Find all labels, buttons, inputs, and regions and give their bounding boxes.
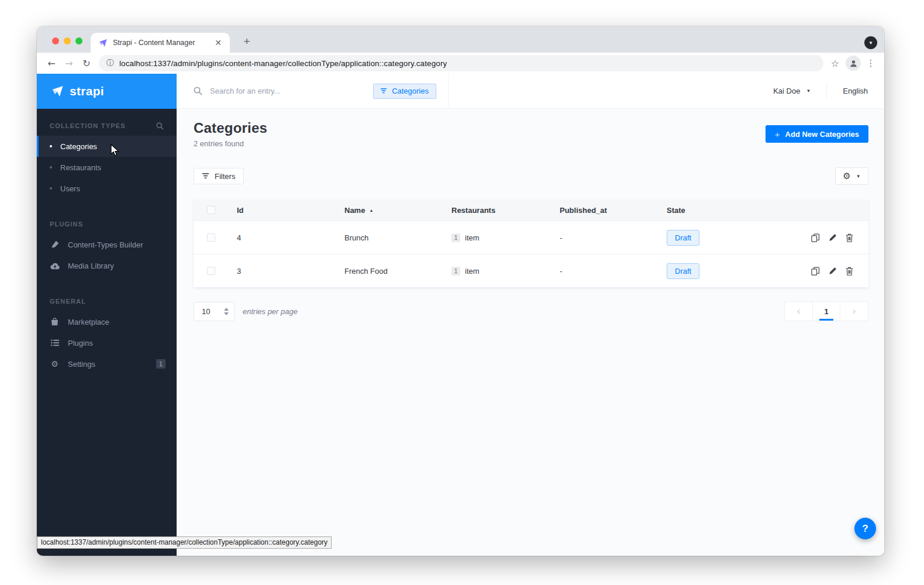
sidebar-section-collection-types: COLLECTION TYPES Categories Restaurants — [37, 119, 177, 199]
select-all-checkbox[interactable] — [207, 206, 215, 214]
user-menu[interactable]: Kai Doe ▼ — [773, 87, 811, 95]
column-header-name[interactable]: Name ▲ — [336, 206, 443, 215]
duplicate-icon[interactable] — [811, 267, 820, 276]
bullet-icon — [50, 145, 52, 147]
language-selector[interactable]: English — [843, 87, 868, 95]
downloads-button[interactable]: ▼ — [864, 36, 877, 49]
sidebar-item-content-types-builder[interactable]: Content-Types Builder — [37, 234, 177, 255]
forward-icon[interactable]: → — [60, 58, 78, 69]
browser-menu-icon[interactable]: ⋮ — [863, 58, 878, 68]
edit-icon[interactable] — [829, 267, 837, 275]
pagination-footer: 10 entries per page ‹ 1 › — [194, 301, 868, 321]
question-mark-icon: ? — [862, 523, 868, 535]
url-text: localhost:1337/admin/plugins/content-man… — [119, 59, 447, 68]
row-checkbox[interactable] — [207, 233, 215, 242]
edit-icon[interactable] — [829, 233, 837, 242]
state-badge: Draft — [667, 263, 699, 279]
sidebar-item-restaurants[interactable]: Restaurants — [37, 157, 177, 178]
section-title: COLLECTION TYPES — [50, 122, 126, 129]
cell-restaurants: 1 item — [443, 267, 551, 276]
delete-icon[interactable] — [846, 233, 853, 242]
add-new-categories-button[interactable]: + Add New Categories — [766, 125, 868, 143]
chevron-right-icon[interactable]: › — [840, 302, 868, 321]
add-button-label: Add New Categories — [785, 130, 859, 139]
strapi-favicon-icon — [99, 39, 108, 47]
filters-button[interactable]: Filters — [194, 168, 244, 184]
collection-filter-chip[interactable]: Categories — [373, 84, 436, 99]
row-checkbox[interactable] — [207, 267, 215, 275]
sidebar-section-plugins: PLUGINS Content-Types Builder Media Libr… — [37, 217, 177, 276]
sidebar-item-label: Restaurants — [60, 163, 101, 172]
chevron-down-icon: ▼ — [868, 40, 873, 46]
sidebar-item-label: Settings — [68, 360, 95, 369]
delete-icon[interactable] — [846, 267, 853, 276]
user-name: Kai Doe — [773, 87, 800, 95]
filter-icon — [202, 173, 209, 179]
browser-profile-avatar[interactable] — [846, 56, 861, 71]
link-status-bar: localhost:1337/admin/plugins/content-man… — [37, 536, 332, 549]
sidebar-item-label: Categories — [60, 142, 97, 151]
bookmark-star-icon[interactable]: ☆ — [827, 58, 843, 69]
address-bar[interactable]: ⓘ localhost:1337/admin/plugins/content-m… — [99, 55, 823, 71]
cell-restaurants: 1 item — [443, 233, 551, 242]
sidebar-item-plugins[interactable]: Plugins — [37, 332, 177, 353]
section-title: PLUGINS — [50, 221, 83, 228]
column-header-published-at[interactable]: Published_at — [551, 206, 658, 215]
sidebar-item-label: Users — [60, 184, 80, 193]
browser-tab[interactable]: Strapi - Content Manager ✕ — [91, 33, 230, 53]
chevron-left-icon[interactable]: ‹ — [785, 302, 812, 321]
column-header-id[interactable]: Id — [229, 206, 336, 215]
sidebar-item-media-library[interactable]: Media Library — [37, 255, 177, 276]
cell-name: Brunch — [336, 233, 443, 242]
reload-icon[interactable]: ↻ — [78, 58, 95, 69]
main-area: Categories Kai Doe ▼ English Categories — [177, 74, 884, 556]
browser-window: Strapi - Content Manager ✕ + ▼ ← → ↻ ⓘ l… — [37, 26, 884, 556]
filters-label: Filters — [215, 172, 235, 181]
tab-title: Strapi - Content Manager — [113, 39, 213, 47]
current-page[interactable]: 1 — [812, 302, 840, 321]
per-page-label: entries per page — [243, 307, 298, 316]
sidebar-item-settings[interactable]: ⚙ Settings 1 — [37, 353, 177, 374]
tab-strip: Strapi - Content Manager ✕ + ▼ — [37, 26, 884, 53]
zoom-window-button[interactable] — [75, 37, 82, 44]
cloud-upload-icon — [50, 262, 60, 270]
header-divider — [826, 84, 827, 99]
table-row[interactable]: 3 French Food 1 item - Draft — [194, 254, 868, 287]
sidebar-item-categories[interactable]: Categories — [37, 136, 177, 157]
table-toolbar: Filters ⚙ ▼ — [194, 167, 868, 185]
entries-table: Id Name ▲ Restaurants Published_at State… — [194, 199, 868, 287]
tab-close-icon[interactable]: ✕ — [213, 37, 223, 48]
search-input[interactable] — [210, 87, 366, 95]
page-info-icon[interactable]: ⓘ — [106, 58, 114, 68]
strapi-logo-icon — [52, 85, 64, 97]
new-tab-button[interactable]: + — [238, 33, 256, 50]
back-icon[interactable]: ← — [43, 58, 60, 69]
sidebar-item-label: Marketplace — [68, 318, 109, 326]
duplicate-icon[interactable] — [811, 233, 820, 242]
table-settings-button[interactable]: ⚙ ▼ — [835, 167, 868, 185]
per-page-value: 10 — [202, 307, 210, 316]
cell-name: French Food — [336, 267, 443, 276]
column-header-restaurants[interactable]: Restaurants — [443, 206, 551, 215]
sort-asc-icon: ▲ — [369, 208, 373, 212]
chip-label: Categories — [392, 87, 429, 95]
help-button[interactable]: ? — [854, 518, 876, 539]
count-label: item — [465, 267, 480, 276]
close-window-button[interactable] — [52, 37, 59, 44]
sidebar-item-marketplace[interactable]: Marketplace — [37, 311, 177, 332]
table-row[interactable]: 4 Brunch 1 item - Draft — [194, 221, 868, 254]
column-header-state[interactable]: State — [658, 206, 794, 215]
sidebar-item-label: Plugins — [68, 339, 93, 347]
cell-id: 3 — [229, 267, 336, 276]
count-label: item — [465, 233, 480, 242]
sidebar-item-users[interactable]: Users — [37, 178, 177, 199]
search-icon[interactable] — [156, 122, 164, 130]
active-page-indicator — [819, 319, 833, 321]
entries-per-page-select[interactable]: 10 — [194, 302, 235, 321]
person-icon — [849, 59, 858, 68]
strapi-logo[interactable]: strapi — [37, 74, 177, 109]
section-title: GENERAL — [50, 298, 86, 305]
header-right: Kai Doe ▼ English — [449, 74, 884, 108]
minimize-window-button[interactable] — [64, 37, 71, 44]
cell-published-at: - — [551, 267, 658, 276]
